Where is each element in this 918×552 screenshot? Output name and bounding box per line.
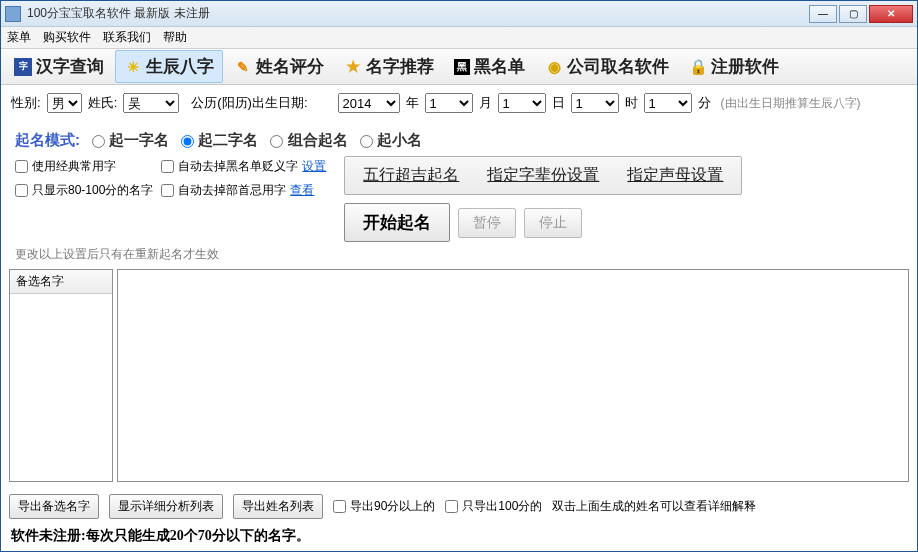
toolbar: 字汉字查询 ☀生辰八字 ✎姓名评分 ★名字推荐 黑黑名单 ◉公司取名软件 🔒注册… — [1, 49, 917, 85]
mode-option-3[interactable]: 组合起名 — [270, 131, 347, 150]
sun-icon: ☀ — [124, 58, 142, 76]
menu-item[interactable]: 购买软件 — [43, 29, 91, 46]
pencil-icon: ✎ — [234, 58, 252, 76]
opt-auto-remove-blacklist[interactable] — [161, 160, 174, 173]
tab-name-suggest[interactable]: ★名字推荐 — [335, 50, 443, 83]
mode-option-2[interactable]: 起二字名 — [181, 131, 258, 150]
blacklist-icon: 黑 — [454, 59, 470, 75]
mode-option-1[interactable]: 起一字名 — [92, 131, 169, 150]
gender-select[interactable]: 男 — [47, 93, 82, 113]
dict-icon: 字 — [14, 58, 32, 76]
advanced-settings-group: 五行超吉起名 指定字辈份设置 指定声母设置 — [344, 156, 742, 195]
blacklist-settings-link[interactable]: 设置 — [302, 158, 326, 175]
app-icon — [5, 6, 21, 22]
export-name-list-button[interactable]: 导出姓名列表 — [233, 494, 323, 519]
coin-icon: ◉ — [545, 58, 563, 76]
menu-item[interactable]: 联系我们 — [103, 29, 151, 46]
wuxing-naming-button[interactable]: 五行超吉起名 — [363, 165, 459, 186]
minute-select[interactable]: 1 — [644, 93, 692, 113]
tab-company-naming[interactable]: ◉公司取名软件 — [536, 50, 678, 83]
menubar: 菜单 购买软件 联系我们 帮助 — [1, 27, 917, 49]
results-listbox[interactable] — [117, 269, 909, 482]
opt-classic-chars[interactable] — [15, 160, 28, 173]
initial-consonant-button[interactable]: 指定声母设置 — [627, 165, 723, 186]
month-select[interactable]: 1 — [425, 93, 473, 113]
surname-select[interactable]: 吴 — [123, 93, 179, 113]
tab-name-score[interactable]: ✎姓名评分 — [225, 50, 333, 83]
hour-select[interactable]: 1 — [571, 93, 619, 113]
candidates-header: 备选名字 — [10, 270, 112, 294]
tab-hanzi-lookup[interactable]: 字汉字查询 — [5, 50, 113, 83]
doubleclick-hint: 双击上面生成的姓名可以查看详细解释 — [552, 498, 756, 515]
export-90-checkbox[interactable]: 导出90分以上的 — [333, 498, 435, 515]
gender-label: 性别: — [11, 94, 41, 112]
maximize-button[interactable]: ▢ — [839, 5, 867, 23]
menu-item[interactable]: 帮助 — [163, 29, 187, 46]
star-icon: ★ — [344, 58, 362, 76]
unregistered-note: 软件未注册:每次只能生成20个70分以下的名字。 — [1, 525, 917, 551]
show-detail-list-button[interactable]: 显示详细分析列表 — [109, 494, 223, 519]
year-select[interactable]: 2014 — [338, 93, 400, 113]
surname-label: 姓氏: — [88, 94, 118, 112]
menu-item[interactable]: 菜单 — [7, 29, 31, 46]
tab-birth-bazi[interactable]: ☀生辰八字 — [115, 50, 223, 83]
stop-button[interactable]: 停止 — [524, 208, 582, 238]
candidates-listbox[interactable]: 备选名字 — [9, 269, 113, 482]
opt-show-80-100[interactable] — [15, 184, 28, 197]
options-hint: 更改以上设置后只有在重新起名才生效 — [15, 246, 907, 263]
tab-register[interactable]: 🔒注册软件 — [680, 50, 788, 83]
close-button[interactable]: ✕ — [869, 5, 913, 23]
birthdate-note: (由出生日期推算生辰八字) — [721, 95, 861, 112]
birthdate-label: 公历(阳历)出生日期: — [191, 94, 307, 112]
export-candidates-button[interactable]: 导出备选名字 — [9, 494, 99, 519]
window-title: 100分宝宝取名软件 最新版 未注册 — [27, 5, 809, 22]
export-100-checkbox[interactable]: 只导出100分的 — [445, 498, 542, 515]
tab-blacklist[interactable]: 黑黑名单 — [445, 50, 534, 83]
mode-label: 起名模式: — [15, 131, 80, 150]
mode-option-4[interactable]: 起小名 — [360, 131, 422, 150]
radical-view-link[interactable]: 查看 — [290, 182, 314, 199]
opt-auto-remove-radical[interactable] — [161, 184, 174, 197]
minimize-button[interactable]: — — [809, 5, 837, 23]
pause-button[interactable]: 暂停 — [458, 208, 516, 238]
day-select[interactable]: 1 — [498, 93, 546, 113]
generation-char-button[interactable]: 指定字辈份设置 — [487, 165, 599, 186]
lock-icon: 🔒 — [689, 58, 707, 76]
start-button[interactable]: 开始起名 — [344, 203, 450, 242]
